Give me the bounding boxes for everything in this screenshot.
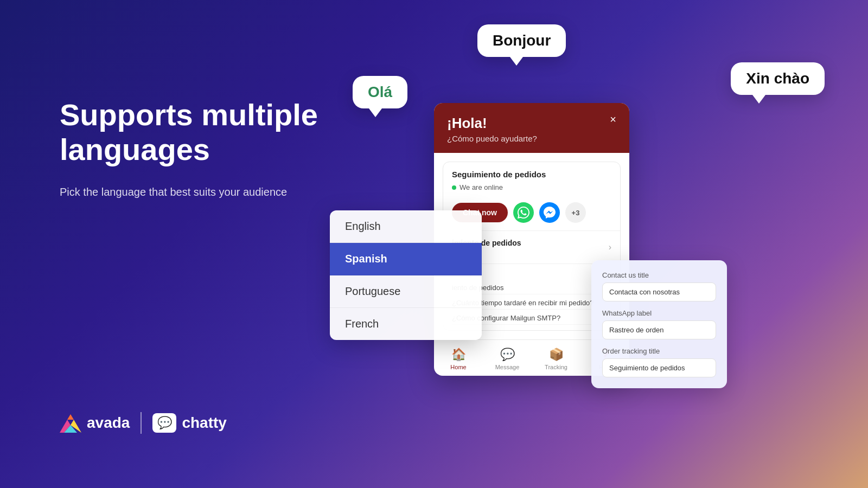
svg-marker-2 xyxy=(67,414,74,420)
tab-home-label: Home xyxy=(450,364,466,370)
page-title: Supports multiple languages xyxy=(60,98,331,168)
chat-subgreeting: ¿Cómo puedo ayudarte? xyxy=(447,134,616,143)
online-status: We are online xyxy=(443,183,620,197)
tab-tracking-label: Tracking xyxy=(545,364,567,370)
chatty-logo: chatty xyxy=(152,413,226,433)
bubble-xinchao-text: Xin chào xyxy=(746,70,809,87)
contact-us-label: Contact us title xyxy=(602,271,716,279)
hero-section: Supports multiple languages Pick the lan… xyxy=(60,98,331,200)
bubble-ola: Olá xyxy=(353,76,407,108)
chatty-brand-name: chatty xyxy=(182,414,226,432)
avada-logo: avada xyxy=(60,413,130,433)
chat-header: ¡Hola! ¿Cómo puedo ayudarte? × xyxy=(434,103,629,153)
close-button[interactable]: × xyxy=(605,112,621,127)
chevron-right-icon: › xyxy=(609,242,611,252)
tracking-icon: 📦 xyxy=(549,348,564,362)
whatsapp-input[interactable] xyxy=(602,320,716,339)
brand-logos: avada chatty xyxy=(60,412,227,434)
order-tracking-input[interactable] xyxy=(602,358,716,377)
avada-icon xyxy=(60,413,81,433)
lang-spanish[interactable]: Spanish xyxy=(330,243,482,275)
chat-greeting: ¡Hola! xyxy=(447,115,616,132)
more-channels-button[interactable]: +3 xyxy=(565,202,586,223)
message-icon: 💬 xyxy=(500,348,515,362)
lang-english[interactable]: English xyxy=(330,210,482,243)
tab-message-label: Message xyxy=(495,364,520,370)
tab-home[interactable]: 🏠 Home xyxy=(434,344,483,375)
bubble-ola-text: Olá xyxy=(368,84,392,100)
online-text: We are online xyxy=(459,183,503,191)
messenger-button[interactable] xyxy=(539,202,560,223)
lang-french[interactable]: French xyxy=(330,308,482,340)
online-dot xyxy=(452,185,456,190)
bubble-bonjour-text: Bonjour xyxy=(493,32,551,49)
settings-panel: Contact us title WhatsApp label Order tr… xyxy=(591,260,727,388)
brand-divider xyxy=(141,412,142,434)
bubble-bonjour: Bonjour xyxy=(477,24,566,57)
whatsapp-button[interactable] xyxy=(513,202,534,223)
avada-brand-name: avada xyxy=(87,414,130,432)
chat-card-title: Seguimiento de pedidos xyxy=(443,162,620,183)
contact-us-input[interactable] xyxy=(602,282,716,301)
lang-portuguese[interactable]: Portuguese xyxy=(330,275,482,308)
whatsapp-label-label: WhatsApp label xyxy=(602,309,716,317)
tab-tracking[interactable]: 📦 Tracking xyxy=(532,344,580,375)
tab-message[interactable]: 💬 Message xyxy=(483,344,532,375)
bubble-xinchao: Xin chào xyxy=(731,62,825,95)
chatty-icon xyxy=(152,413,176,433)
language-dropdown: English Spanish Portuguese French xyxy=(330,210,482,340)
order-tracking-label: Order tracking title xyxy=(602,347,716,355)
page-subtitle: Pick the language that best suits your a… xyxy=(60,184,331,200)
home-icon: 🏠 xyxy=(451,348,466,362)
